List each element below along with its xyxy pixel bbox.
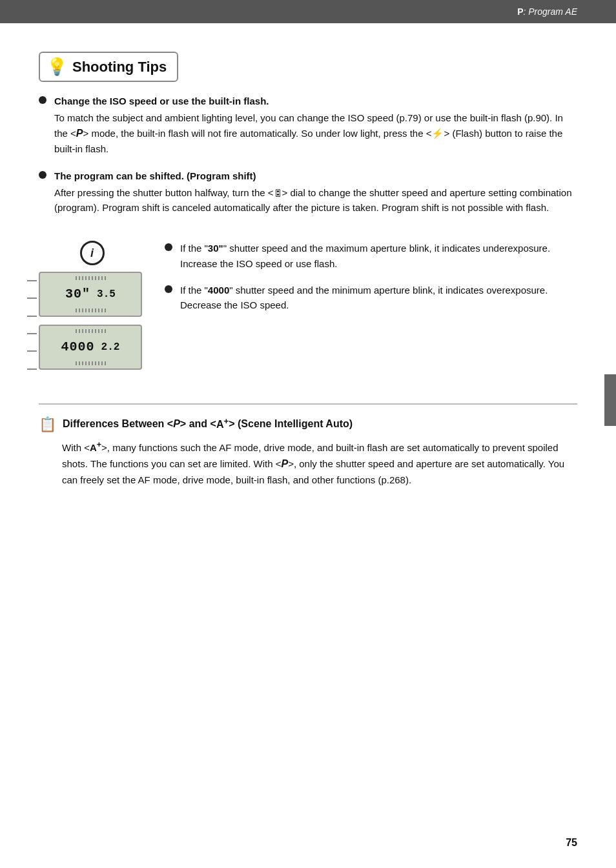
camera-display-section: i 30": [39, 241, 577, 378]
lcd-tick: [27, 368, 37, 370]
bullet-dot: [165, 243, 172, 251]
lcd-ticks-bottom: [40, 308, 141, 312]
tips-list: Change the ISO speed or use the built-in…: [39, 94, 577, 215]
tip-heading: Change the ISO speed or use the built-in…: [54, 94, 577, 108]
warning-icon: i: [80, 241, 105, 265]
diff-title: Differences Between <P> and <A+> (Scene …: [63, 415, 353, 432]
lcd-tick: [27, 350, 37, 352]
lcd-wrapper-2: 4000 2.2: [39, 325, 145, 378]
bullet-dot: [39, 96, 46, 104]
lcd-side-lines-1: [27, 272, 37, 325]
lcd-ticks-bottom-2: [40, 361, 141, 365]
shooting-tips-box: 💡 Shooting Tips: [39, 52, 178, 82]
lcd-tick: [27, 280, 37, 281]
tip-heading: The program can be shifted. (Program shi…: [54, 168, 577, 183]
list-item: If the "30"" shutter speed and the maxim…: [165, 241, 577, 271]
tips-icon: 💡: [46, 57, 67, 77]
lcd-tick: [27, 316, 37, 317]
lcd-side-lines-2: [27, 325, 37, 378]
lcd-shutter-2: 4000: [61, 339, 95, 356]
diff-body: With <A+>, many functions such the AF mo…: [62, 438, 577, 488]
differences-section: 📋 Differences Between <P> and <A+> (Scen…: [39, 403, 577, 488]
lcd-ticks-top-2: [40, 329, 141, 333]
bullet-dot: [39, 171, 46, 179]
camera-left: i 30": [39, 241, 145, 378]
lcd-tick: [27, 298, 37, 299]
page: P: Program AE 💡 Shooting Tips Change the…: [0, 0, 616, 868]
shooting-tips-title: Shooting Tips: [72, 59, 167, 76]
mode-label: P: Program AE: [517, 6, 577, 17]
list-item: Change the ISO speed or use the built-in…: [39, 94, 577, 157]
main-content: 💡 Shooting Tips Change the ISO speed or …: [39, 52, 577, 488]
lcd-ticks-top: [40, 276, 141, 280]
lcd-shutter-1: 30": [65, 286, 90, 303]
right-tab: [604, 374, 616, 426]
bullet-dot: [165, 285, 172, 293]
list-item: If the "4000" shutter speed and the mini…: [165, 283, 577, 313]
camera-notes-list: If the "30"" shutter speed and the maxim…: [165, 241, 577, 312]
camera-right: If the "30"" shutter speed and the maxim…: [165, 241, 577, 324]
lcd-wrapper-1: 30" 3.5: [39, 272, 145, 325]
camera-note-2: If the "4000" shutter speed and the mini…: [180, 283, 577, 313]
lcd-tick: [27, 333, 37, 334]
warning-symbol: i: [90, 247, 94, 260]
tip-text: Change the ISO speed or use the built-in…: [54, 94, 577, 157]
camera-lcd-1: 30" 3.5: [39, 272, 142, 317]
mode-text: : Program AE: [523, 6, 577, 17]
lcd-aperture-2: 2.2: [101, 341, 120, 354]
lcd-row-1: 30" 3.5: [65, 286, 116, 303]
note-icon: 📋: [39, 416, 56, 433]
camera-note-1: If the "30"" shutter speed and the maxim…: [180, 241, 577, 271]
header-bar: P: Program AE: [0, 0, 616, 23]
page-number: 75: [566, 837, 577, 849]
lcd-aperture-1: 3.5: [97, 288, 116, 301]
tip-text: The program can be shifted. (Program shi…: [54, 168, 577, 216]
list-item: The program can be shifted. (Program shi…: [39, 168, 577, 216]
camera-lcd-2: 4000 2.2: [39, 325, 142, 370]
lcd-row-2: 4000 2.2: [61, 339, 120, 356]
diff-header: 📋 Differences Between <P> and <A+> (Scen…: [39, 415, 577, 433]
